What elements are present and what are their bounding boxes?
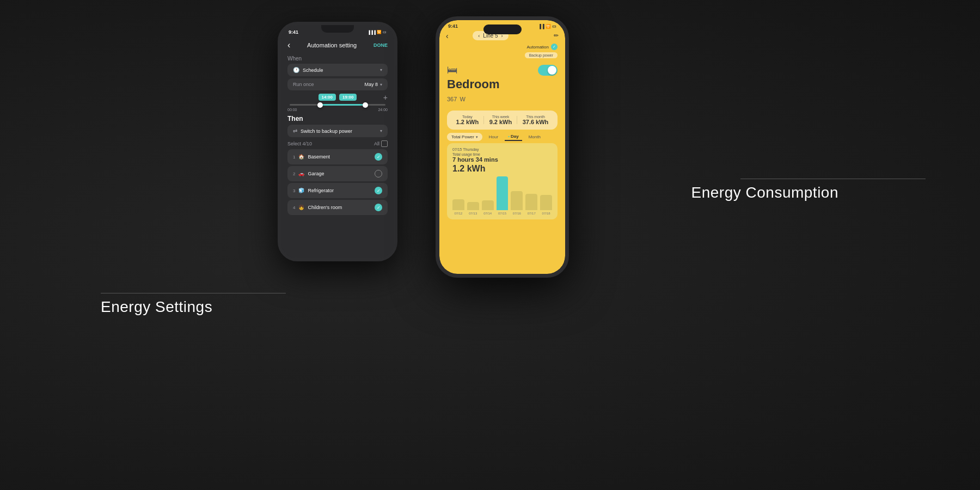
time-labels: 00:00 24:00 [287,108,388,112]
list-item[interactable]: 1 🏠 Basement ✓ [287,149,388,164]
list-item-left: 1 🏠 Basement [293,154,330,160]
phone1-status-icons: ▐▐▐ 🛜 ▭ [367,30,387,34]
stat-week-period: This week [489,115,512,119]
list-item[interactable]: 3 🧊 Refrigerator ✓ [287,183,388,198]
bar-column: 07/13 [467,202,479,215]
phone1-header: ‹ Automation setting DONE [281,38,394,52]
toggle-thumb [548,66,556,75]
dynamic-island [483,24,522,34]
bar-date-label: 07/14 [483,212,492,215]
time-slider[interactable] [290,104,385,106]
phone1-content: When 🕐 Schedule ▾ Run once May 8 ▾ [281,52,394,217]
phone2-back-button[interactable]: ‹ [446,32,449,40]
may-date: May 8 [364,82,378,87]
automation-label: Automation [527,45,549,50]
phone1-title: Automation setting [307,42,357,48]
total-power-dropdown[interactable]: Total Power ▾ [447,133,482,141]
room-toggle[interactable] [538,65,558,76]
item-num-1: 1 [293,155,295,160]
time-to-label: 24:00 [378,108,388,112]
energy-consumption-label: Energy Consumption [691,184,838,201]
backup-badge-row: Backup power [439,52,565,60]
bar [467,202,479,210]
then-section: Then ⇄ Switch to backup power ▾ [287,115,388,137]
bar [452,199,464,210]
bar [540,195,552,210]
time-range: 14:00 19:00 + 00:00 24:00 [287,94,388,112]
bar-column: 07/17 [525,194,537,215]
time-end-badge: 19:00 [339,94,357,101]
bar [525,194,537,210]
item-num-4: 4 [293,205,295,210]
list-item-left: 2 🚗 Garage [293,171,324,176]
item-check-3: ✓ [375,187,382,194]
edit-button[interactable]: ✏ [554,32,559,39]
bar-date-label: 07/16 [513,212,521,215]
select-all-label: All [374,141,379,146]
bar-column: 07/14 [482,200,494,215]
back-button[interactable]: ‹ [287,40,290,50]
item-check-4: ✓ [375,204,382,211]
list-item[interactable]: 2 🚗 Garage [287,166,388,181]
tab-month[interactable]: Month [525,133,544,140]
slider-fill [318,104,366,106]
item-num-3: 3 [293,188,295,193]
item-name-2: Garage [308,171,324,176]
room-header: 🛏 [447,64,558,76]
backup-power-badge: Backup power [525,52,558,58]
usage-time-value: 7 hours 34 mins [452,156,552,163]
slider-thumb-right[interactable] [363,102,368,108]
line-prev-arrow[interactable]: ‹ [478,33,480,39]
select-count: Select 4/10 [287,141,312,146]
backup-text: Switch to backup power [301,128,352,134]
usage-kwh: 1.2 kWh [452,164,552,174]
phone2-time: 9:41 [448,23,458,29]
filter-dropdown-arrow: ▾ [476,135,478,139]
bar-date-label: 07/15 [498,212,506,215]
schedule-dropdown[interactable]: 🕐 Schedule ▾ [287,64,388,76]
list-item[interactable]: 4 👧 Children's room ✓ [287,200,388,215]
room-name: Bedroom [447,77,558,91]
clock-icon: 🕐 [293,67,299,73]
done-button[interactable]: DONE [373,42,388,48]
phone2-device: 9:41 ▐▐ 🛜 ▭ ‹ ‹ Line 5 › ✏ Automation ✓ … [436,16,569,278]
energy-settings-label: Energy Settings [101,298,212,316]
tab-day[interactable]: •Day [505,133,522,141]
backup-left: ⇄ Switch to backup power [293,128,352,134]
backup-power-dropdown[interactable]: ⇄ Switch to backup power ▾ [287,125,388,137]
stat-divider2 [517,116,517,124]
bar-column: 07/12 [452,199,464,215]
stat-month-value: 37.6 kWh [523,119,549,125]
automation-row: Automation ✓ [439,41,565,52]
phone1-notch [321,25,354,33]
chart-date: 07/15 Thursday [452,148,552,151]
stat-week: This week 9.2 kWh [489,115,512,125]
bed-icon: 🛏 [447,64,458,76]
stat-month-period: This month [523,115,549,119]
schedule-arrow: ▾ [380,68,382,72]
bar [482,200,494,210]
phone2-status-icons: ▐▐ 🛜 ▭ [538,24,556,29]
refrigerator-icon: 🧊 [298,188,304,193]
bar-date-label: 07/12 [454,212,462,215]
phone1-time: 9:41 [289,29,298,35]
item-name-4: Children's room [308,205,342,210]
stat-divider [483,116,484,124]
item-check-1: ✓ [375,153,382,161]
select-header: Select 4/10 All [287,140,388,147]
battery-icon: ▭ [383,30,387,34]
bar [511,191,523,210]
list-item-left: 3 🧊 Refrigerator [293,188,334,193]
stat-month: This month 37.6 kWh [523,115,549,125]
bar-column: 07/18 [540,195,552,215]
tab-hour[interactable]: Hour [486,133,501,140]
room-section: 🛏 Bedroom 367 W [439,60,565,107]
select-all-checkbox[interactable] [381,140,388,147]
slider-thumb-left[interactable] [317,102,323,108]
time-start-badge: 14:00 [318,94,336,101]
automation-check: ✓ [551,44,558,50]
item-check-2 [375,170,382,177]
item-num-2: 2 [293,171,295,176]
add-time-button[interactable]: + [383,93,388,102]
run-once-row[interactable]: Run once May 8 ▾ [287,78,388,90]
